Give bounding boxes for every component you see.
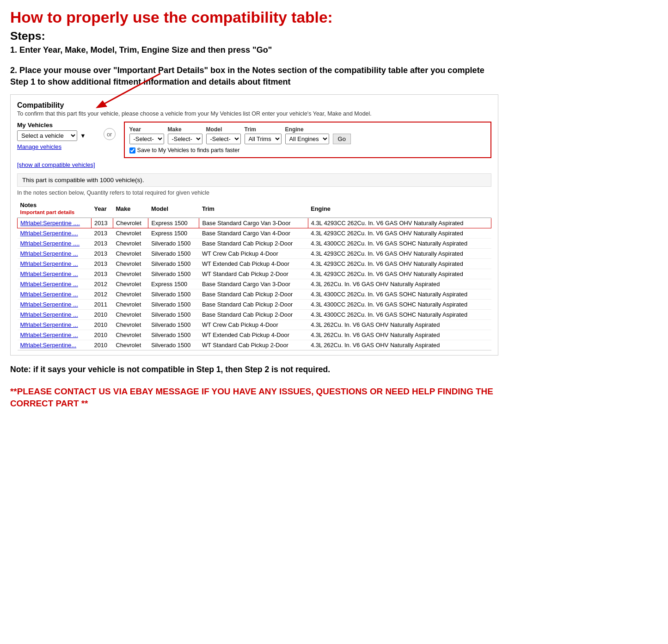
- col-trim: Trim: [199, 200, 308, 218]
- notes-cell[interactable]: Mfrlabel:Serpentine ...: [18, 269, 92, 279]
- table-row: Mfrlabel:Serpentine ...2013ChevroletSilv…: [18, 259, 491, 269]
- make-label: Make: [168, 126, 202, 133]
- notes-cell[interactable]: Mfrlabel:Serpentine ....: [18, 218, 92, 228]
- data-cell: Silverado 1500: [148, 289, 199, 300]
- data-cell: WT Crew Cab Pickup 4-Door: [199, 249, 308, 259]
- vehicle-form-row: Year -Select- Make -Select- Model -Selec…: [129, 126, 486, 144]
- notes-cell[interactable]: Mfrlabel:Serpentine ...: [18, 279, 92, 289]
- table-row: Mfrlabel:Serpentine ...2012ChevroletSilv…: [18, 289, 491, 300]
- notes-cell[interactable]: Mfrlabel:Serpentine ...: [18, 289, 92, 300]
- notes-cell[interactable]: Mfrlabel:Serpentine ...: [18, 259, 92, 269]
- year-select[interactable]: -Select-: [129, 134, 164, 144]
- table-row: Mfrlabel:Serpentine....2013ChevroletExpr…: [18, 228, 491, 239]
- data-cell: Base Standard Cab Pickup 2-Door: [199, 310, 308, 320]
- data-cell: Chevrolet: [113, 259, 148, 269]
- data-cell: Silverado 1500: [148, 310, 199, 320]
- data-cell: Chevrolet: [113, 239, 148, 249]
- data-cell: 2013: [92, 239, 113, 249]
- notes-cell[interactable]: Mfrlabel:Serpentine...: [18, 340, 92, 350]
- manage-vehicles-link[interactable]: Manage vehicles: [17, 143, 95, 150]
- data-cell: Silverado 1500: [148, 249, 199, 259]
- data-cell: 4.3L 262Cu. In. V6 GAS OHV Naturally Asp…: [308, 279, 491, 289]
- col-model: Model: [148, 200, 199, 218]
- save-checkbox-label: Save to My Vehicles to finds parts faste…: [137, 147, 240, 153]
- engine-select[interactable]: All Engines: [285, 134, 329, 144]
- data-cell: Express 1500: [148, 279, 199, 289]
- data-cell: Express 1500: [148, 228, 199, 239]
- compat-screenshot-box: Compatibility To confirm that this part …: [10, 94, 498, 356]
- notes-cell[interactable]: Mfrlabel:Serpentine ...: [18, 320, 92, 330]
- data-cell: 4.3L 4293CC 262Cu. In. V6 GAS OHV Natura…: [308, 259, 491, 269]
- table-row: Mfrlabel:Serpentine ...2012ChevroletExpr…: [18, 279, 491, 289]
- data-cell: Chevrolet: [113, 279, 148, 289]
- make-select[interactable]: -Select-: [168, 134, 202, 144]
- compat-table-body: Mfrlabel:Serpentine ....2013ChevroletExp…: [18, 218, 491, 350]
- data-cell: Silverado 1500: [148, 239, 199, 249]
- notes-cell[interactable]: Mfrlabel:Serpentine ...: [18, 300, 92, 310]
- data-cell: 2013: [92, 269, 113, 279]
- data-cell: 4.3L 262Cu. In. V6 GAS OHV Naturally Asp…: [308, 340, 491, 350]
- data-cell: 2010: [92, 310, 113, 320]
- table-header-row: Notes Important part details Year Make M…: [18, 200, 491, 218]
- table-row: Mfrlabel:Serpentine ...2013ChevroletSilv…: [18, 249, 491, 259]
- table-row: Mfrlabel:Serpentine...2010ChevroletSilve…: [18, 340, 491, 350]
- data-cell: Express 1500: [148, 218, 199, 228]
- engine-field: Engine All Engines: [285, 126, 329, 144]
- data-cell: Silverado 1500: [148, 269, 199, 279]
- data-cell: 4.3L 4293CC 262Cu. In. V6 GAS OHV Natura…: [308, 218, 491, 228]
- notes-cell[interactable]: Mfrlabel:Serpentine ...: [18, 330, 92, 340]
- data-cell: Silverado 1500: [148, 300, 199, 310]
- data-cell: 2010: [92, 340, 113, 350]
- data-cell: Silverado 1500: [148, 340, 199, 350]
- data-cell: 4.3L 4300CC 262Cu. In. V6 GAS SOHC Natur…: [308, 300, 491, 310]
- data-cell: Base Standard Cargo Van 3-Door: [199, 279, 308, 289]
- data-cell: WT Extended Cab Pickup 4-Door: [199, 259, 308, 269]
- notes-cell[interactable]: Mfrlabel:Serpentine ....: [18, 239, 92, 249]
- model-field: Model -Select-: [206, 126, 241, 144]
- year-label: Year: [129, 126, 164, 133]
- data-cell: 4.3L 4293CC 262Cu. In. V6 GAS OHV Natura…: [308, 269, 491, 279]
- show-all-link[interactable]: [show all compatible vehicles]: [17, 161, 95, 168]
- data-cell: 2011: [92, 300, 113, 310]
- data-cell: Chevrolet: [113, 340, 148, 350]
- compat-title: Compatibility: [17, 101, 491, 110]
- table-row: Mfrlabel:Serpentine ....2013ChevroletSil…: [18, 239, 491, 249]
- data-cell: Silverado 1500: [148, 320, 199, 330]
- data-cell: 4.3L 262Cu. In. V6 GAS OHV Naturally Asp…: [308, 330, 491, 340]
- compat-table: Notes Important part details Year Make M…: [17, 200, 491, 350]
- data-cell: Base Standard Cargo Van 4-Door: [199, 228, 308, 239]
- notes-cell[interactable]: Mfrlabel:Serpentine....: [18, 228, 92, 239]
- year-field: Year -Select-: [129, 126, 164, 144]
- contact-text: **PLEASE CONTACT US VIA EBAY MESSAGE IF …: [10, 386, 498, 410]
- model-select[interactable]: -Select-: [206, 134, 241, 144]
- save-checkbox[interactable]: [129, 147, 135, 153]
- table-row: Mfrlabel:Serpentine ...2010ChevroletSilv…: [18, 310, 491, 320]
- quantity-note: In the notes section below, Quantity ref…: [17, 190, 491, 196]
- table-row: Mfrlabel:Serpentine ...2010ChevroletSilv…: [18, 330, 491, 340]
- data-cell: 4.3L 4300CC 262Cu. In. V6 GAS SOHC Natur…: [308, 239, 491, 249]
- data-cell: Chevrolet: [113, 330, 148, 340]
- vehicle-select[interactable]: Select a vehicle: [17, 130, 77, 141]
- my-vehicles-select-row: Select a vehicle ▼: [17, 130, 95, 141]
- trim-select[interactable]: All Trims: [245, 134, 282, 144]
- data-cell: 2010: [92, 330, 113, 340]
- vehicle-form-box: Year -Select- Make -Select- Model -Selec…: [124, 122, 491, 158]
- go-button[interactable]: Go: [333, 134, 351, 144]
- col-year: Year: [92, 200, 113, 218]
- my-vehicles-label: My Vehicles: [17, 122, 95, 129]
- data-cell: Chevrolet: [113, 310, 148, 320]
- notes-cell[interactable]: Mfrlabel:Serpentine ...: [18, 249, 92, 259]
- steps-label: Steps:: [10, 30, 498, 43]
- data-cell: 2013: [92, 228, 113, 239]
- table-row: Mfrlabel:Serpentine ...2010ChevroletSilv…: [18, 320, 491, 330]
- compat-top-row: My Vehicles Select a vehicle ▼ Manage ve…: [17, 122, 491, 169]
- col-engine: Engine: [308, 200, 491, 218]
- or-circle: or: [104, 128, 116, 140]
- data-cell: 4.3L 4293CC 262Cu. In. V6 GAS OHV Natura…: [308, 249, 491, 259]
- data-cell: 2010: [92, 320, 113, 330]
- data-cell: Chevrolet: [113, 300, 148, 310]
- data-cell: Silverado 1500: [148, 330, 199, 340]
- make-field: Make -Select-: [168, 126, 202, 144]
- data-cell: Chevrolet: [113, 218, 148, 228]
- notes-cell[interactable]: Mfrlabel:Serpentine ...: [18, 310, 92, 320]
